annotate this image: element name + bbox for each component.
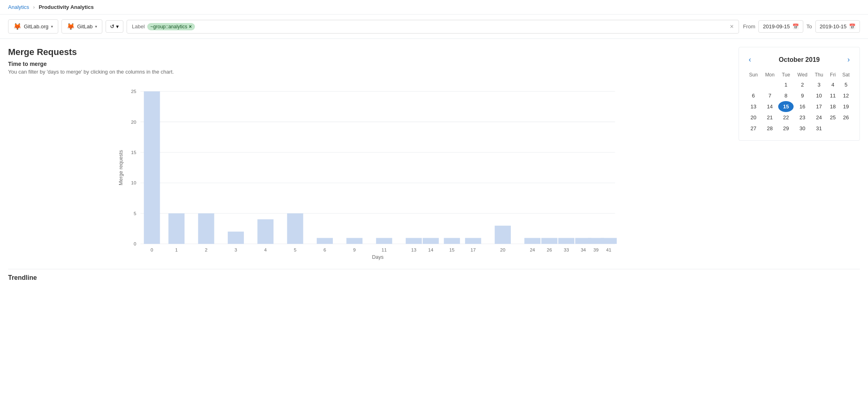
org-dropdown[interactable]: 🦊 GitLab.org ▾ — [8, 19, 58, 34]
bar-day-20[interactable] — [495, 226, 511, 244]
cal-day-empty — [839, 123, 853, 134]
x-label-41: 41 — [606, 247, 611, 252]
toolbar: 🦊 GitLab.org ▾ 🦊 GitLab ▾ ↺ ▾ Label ~gro… — [0, 15, 868, 39]
y-label-5: 5 — [133, 211, 136, 216]
cal-day-31[interactable]: 31 — [811, 123, 827, 134]
cal-day-2[interactable]: 2 — [794, 79, 811, 90]
x-axis-title: Days — [372, 254, 384, 260]
to-label: To — [807, 23, 812, 30]
x-label-20: 20 — [500, 247, 506, 252]
calendar-next-button[interactable]: › — [844, 54, 853, 66]
cal-day-15[interactable]: 15 — [778, 101, 794, 112]
from-label: From — [743, 23, 755, 30]
x-label-0: 0 — [150, 247, 153, 252]
calendar-header: ‹ October 2019 › — [745, 54, 853, 66]
bar-day-3[interactable] — [228, 232, 244, 244]
label-tag: ~group::analytics × — [147, 23, 195, 30]
cal-day-10[interactable]: 10 — [811, 90, 827, 101]
x-label-14: 14 — [428, 247, 433, 252]
breadcrumb-analytics-link[interactable]: Analytics — [8, 4, 29, 10]
bar-day-33[interactable] — [558, 238, 574, 244]
x-label-6: 6 — [324, 247, 326, 252]
from-date-value: 2019-09-15 — [763, 23, 790, 30]
bar-day-5[interactable] — [287, 214, 303, 244]
cal-day-9[interactable]: 9 — [794, 90, 811, 101]
cal-day-24[interactable]: 24 — [811, 112, 827, 123]
cal-day-29[interactable]: 29 — [778, 123, 794, 134]
section-title: Time to merge — [8, 61, 730, 67]
bar-day-24[interactable] — [524, 238, 540, 244]
y-label-15: 15 — [131, 150, 136, 155]
cal-day-17[interactable]: 17 — [811, 101, 827, 112]
cal-day-20[interactable]: 20 — [745, 112, 761, 123]
cal-day-8[interactable]: 8 — [778, 90, 794, 101]
cal-day-27[interactable]: 27 — [745, 123, 761, 134]
cal-day-16[interactable]: 16 — [794, 101, 811, 112]
bar-day-2[interactable] — [198, 214, 214, 244]
cal-header-thu: Thu — [811, 70, 827, 79]
bar-day-6[interactable] — [317, 238, 333, 244]
x-label-15: 15 — [449, 247, 455, 252]
calendar-panel: ‹ October 2019 › Sun Mon Tue Wed Thu Fri… — [739, 47, 860, 141]
cal-day-13[interactable]: 13 — [745, 101, 761, 112]
from-date-picker[interactable]: 2019-09-15 📅 — [758, 20, 803, 33]
bar-day-4[interactable] — [257, 219, 273, 244]
cal-day-28[interactable]: 28 — [761, 123, 778, 134]
cal-day-23[interactable]: 23 — [794, 112, 811, 123]
group-dropdown-label: GitLab — [77, 23, 93, 30]
cal-day-30[interactable]: 30 — [794, 123, 811, 134]
to-date-picker[interactable]: 2019-10-15 📅 — [815, 20, 860, 33]
cal-header-fri: Fri — [827, 70, 839, 79]
bar-day-17[interactable] — [465, 238, 481, 244]
cal-day-14[interactable]: 14 — [761, 101, 778, 112]
bar-day-1[interactable] — [168, 214, 184, 244]
bar-day-41[interactable] — [601, 238, 617, 244]
cal-header-sun: Sun — [745, 70, 761, 79]
cal-day-empty — [827, 123, 839, 134]
y-label-25: 25 — [131, 89, 136, 94]
cal-day-5[interactable]: 5 — [839, 79, 853, 90]
x-label-34: 34 — [581, 247, 586, 252]
cal-day-11[interactable]: 11 — [827, 90, 839, 101]
history-icon: ↺ — [110, 23, 114, 30]
y-axis-title: Merge requests — [118, 150, 124, 185]
x-label-5: 5 — [294, 247, 296, 252]
calendar-prev-button[interactable]: ‹ — [745, 54, 754, 66]
bar-day-11[interactable] — [376, 238, 392, 244]
cal-day-empty — [761, 79, 778, 90]
cal-day-4[interactable]: 4 — [827, 79, 839, 90]
cal-day-18[interactable]: 18 — [827, 101, 839, 112]
bar-day-0[interactable] — [144, 91, 160, 244]
cal-day-19[interactable]: 19 — [839, 101, 853, 112]
label-tag-remove[interactable]: × — [189, 24, 192, 30]
bar-day-13[interactable] — [406, 238, 422, 244]
cal-header-wed: Wed — [794, 70, 811, 79]
cal-day-12[interactable]: 12 — [839, 90, 853, 101]
toolbar-left: 🦊 GitLab.org ▾ 🦊 GitLab ▾ ↺ ▾ Label ~gro… — [8, 19, 739, 34]
bar-day-9[interactable] — [346, 238, 362, 244]
cal-day-26[interactable]: 26 — [839, 112, 853, 123]
history-button[interactable]: ↺ ▾ — [106, 20, 123, 33]
cal-day-25[interactable]: 25 — [827, 112, 839, 123]
to-date-value: 2019-10-15 — [820, 23, 847, 30]
cal-day-21[interactable]: 21 — [761, 112, 778, 123]
cal-day-22[interactable]: 22 — [778, 112, 794, 123]
cal-day-6[interactable]: 6 — [745, 90, 761, 101]
bar-chart[interactable]: 25 20 15 10 5 0 Merge requests 0 1 — [8, 83, 730, 261]
x-label-13: 13 — [411, 247, 417, 252]
cal-day-3[interactable]: 3 — [811, 79, 827, 90]
chart-wrapper: 25 20 15 10 5 0 Merge requests 0 1 — [8, 83, 730, 261]
label-filter[interactable]: Label ~group::analytics × × — [127, 20, 739, 34]
x-label-2: 2 — [205, 247, 207, 252]
x-label-39: 39 — [593, 247, 599, 252]
label-clear-button[interactable]: × — [730, 23, 734, 30]
calendar-grid: Sun Mon Tue Wed Thu Fri Sat 123456789101… — [745, 70, 853, 134]
from-calendar-icon: 📅 — [792, 23, 799, 30]
cal-day-1[interactable]: 1 — [778, 79, 794, 90]
bar-day-26[interactable] — [541, 238, 557, 244]
trendline-section: Trendline — [0, 269, 868, 293]
bar-day-15[interactable] — [444, 238, 460, 244]
cal-day-7[interactable]: 7 — [761, 90, 778, 101]
group-dropdown[interactable]: 🦊 GitLab ▾ — [61, 19, 102, 34]
bar-day-14[interactable] — [423, 238, 439, 244]
